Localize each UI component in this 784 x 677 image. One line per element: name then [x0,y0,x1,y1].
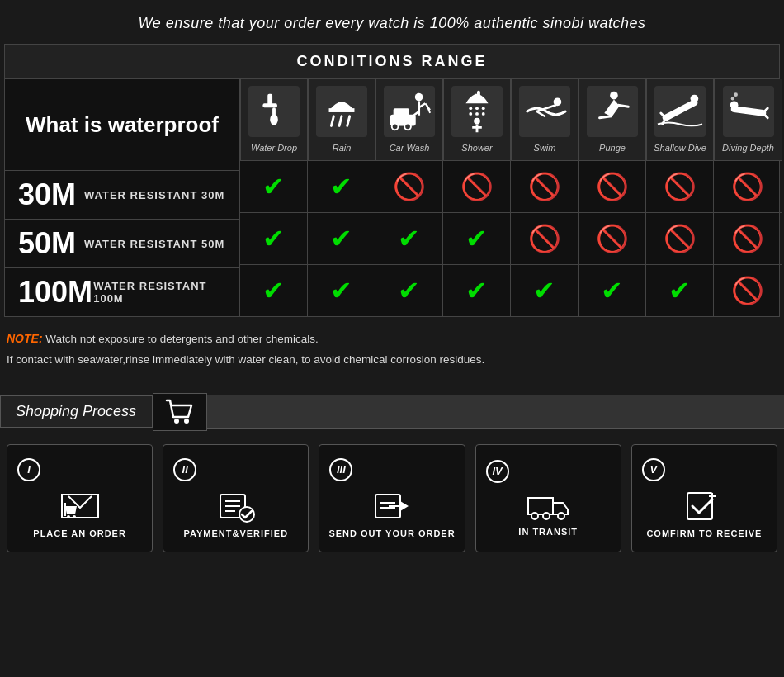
rain-icon [316,86,367,137]
svg-point-26 [469,112,472,116]
svg-point-40 [730,97,734,101]
svg-point-35 [610,92,618,100]
step-4-num: IV [486,460,509,483]
note-text1: Watch not exposure to detergents and oth… [45,333,318,345]
what-is-waterproof-label: What is waterproof [5,79,239,171]
cell-100m-3: ✔ [375,265,443,316]
cell-100m-7: ✔ [646,265,714,316]
row-label-50m: 50M WATER RESISTANT 50M [5,220,240,268]
icon-cell-car-wash: Car Wash [375,79,443,160]
step-1-num: I [17,458,40,481]
step-5-icon [684,490,724,523]
cell-100m-6: ✔ [579,265,646,316]
cell-50m-7: 🚫 [646,213,714,264]
cell-30m-6: 🚫 [579,161,646,212]
data-row-30m: ✔ ✔ 🚫 🚫 🚫 🚫 🚫 🚫 [240,161,782,213]
row-m-100: 100M [18,275,85,310]
step-1-icon [60,490,100,523]
cell-100m-4: ✔ [443,265,511,316]
svg-point-57 [543,513,550,519]
step-2-label: PAYMENT&VERIFIED [183,528,288,540]
cell-50m-3: ✔ [375,213,443,264]
cart-icon [153,393,207,431]
note-label: NOTE: [7,332,43,345]
row-desc-30: WATER RESISTANT 30M [84,189,224,201]
step-1-card: I PLACE AN ORDER [7,444,153,552]
cell-30m-5: 🚫 [511,161,579,212]
svg-point-25 [482,107,485,110]
step-2-icon [217,490,255,523]
icon-cell-plunge: Punge [579,79,646,160]
svg-point-18 [404,124,411,130]
step-3-num: III [329,458,352,481]
svg-point-28 [482,112,485,116]
cell-50m-1: ✔ [240,213,308,264]
plunge-icon [587,86,638,137]
cell-30m-8: 🚫 [714,161,782,212]
svg-point-23 [469,107,472,110]
svg-point-11 [415,93,423,102]
water-drop-icon [248,86,300,137]
step-4-label: IN TRANSIT [518,526,578,538]
shower-icon [451,86,503,137]
icon-cell-shower: Shower [443,79,511,160]
svg-point-27 [475,112,479,116]
svg-point-43 [184,419,189,424]
shallow-dive-icon [654,86,706,137]
note-section: NOTE: Watch not exposure to detergents a… [0,317,784,376]
svg-point-58 [558,513,564,519]
swim-label: Swim [534,142,556,154]
cell-50m-5: 🚫 [511,213,579,264]
step-5-label: COMFIRM TO RECEIVE [646,528,762,540]
cell-30m-2: ✔ [308,161,375,212]
shopping-label: Shopping Process [0,395,153,428]
step-3-label: SEND OUT YOUR ORDER [328,528,455,540]
waterproof-section: CONDITIONS RANGE What is waterproof 30M … [4,44,780,317]
note-line2: If contact with seawater,rinse immediate… [7,350,777,370]
shallow-dive-label: Shallow Dive [654,142,706,154]
row-desc-50: WATER RESISTANT 50M [84,238,224,250]
step-5-card: V COMFIRM TO RECEIVE [631,444,777,552]
row-m-30: 30M [18,178,76,212]
car-wash-label: Car Wash [390,142,430,154]
note-line1: NOTE: Watch not exposure to detergents a… [7,329,777,349]
step-4-card: IV IN TRANSIT [475,444,621,552]
shopping-title: Shopping Process [16,403,136,419]
data-row-100m: ✔ ✔ ✔ ✔ ✔ ✔ ✔ 🚫 [240,265,782,316]
cell-30m-4: 🚫 [443,161,511,212]
icon-cell-water-drop: Water Drop [240,79,308,160]
cell-100m-2: ✔ [308,265,375,316]
row-desc-100: WATER RESISTANT 100M [93,280,226,305]
svg-point-29 [474,118,480,125]
step-5-num: V [642,458,665,481]
svg-point-24 [475,107,479,110]
car-wash-icon [384,86,435,137]
water-drop-label: Water Drop [251,142,297,154]
svg-rect-6 [329,108,355,112]
icon-row: Water Drop Rain [240,79,782,161]
cell-100m-5: ✔ [511,265,579,316]
steps-row: I PLACE AN ORDER II [0,431,784,559]
cell-100m-8: 🚫 [714,265,782,316]
cell-30m-7: 🚫 [646,161,714,212]
svg-point-4 [270,114,278,125]
cell-50m-6: 🚫 [579,213,646,264]
step-4-icon [527,491,569,521]
icon-cell-diving-depth: Diving Depth [714,79,782,160]
svg-point-56 [531,513,538,519]
row-label-30m: 30M WATER RESISTANT 30M [5,171,240,220]
shopping-process-header: Shopping Process [0,393,784,431]
svg-point-42 [174,419,179,424]
header-banner: We ensure that your order every watch is… [0,0,784,44]
step-1-label: PLACE AN ORDER [33,528,126,540]
rain-label: Rain [333,142,352,154]
svg-point-41 [734,92,738,97]
swim-icon [519,86,570,137]
svg-point-46 [73,515,76,518]
diving-depth-label: Diving Depth [722,142,774,154]
data-row-50m: ✔ ✔ ✔ ✔ 🚫 🚫 🚫 🚫 [240,213,782,265]
step-2-num: II [173,458,196,481]
step-3-card: III SEND OUT YOUR ORDER [319,444,465,552]
shopping-bar [207,395,784,429]
row-label-100m: 100M WATER RESISTANT 100M [5,268,240,316]
